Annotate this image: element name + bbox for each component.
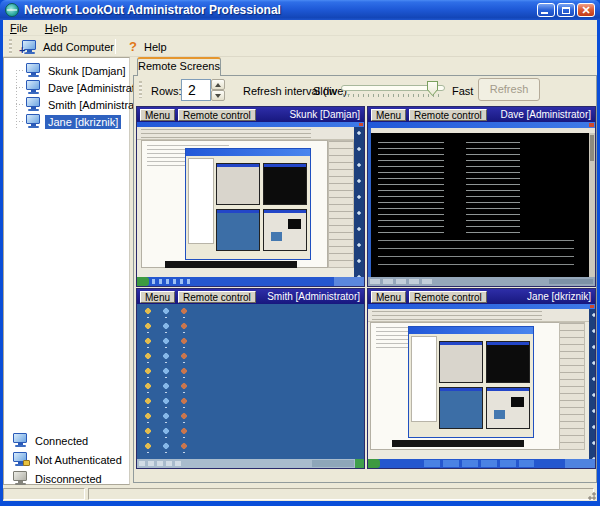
mini-desktop-strip <box>354 127 364 278</box>
mini-taskbar <box>137 277 364 286</box>
mini-desktop-icons <box>141 307 195 453</box>
panel-header: Menu Remote control Dave [Administrator] <box>368 107 595 122</box>
slow-label: Slow <box>313 85 337 97</box>
status-cell-right <box>88 488 594 500</box>
sidebar-item-skunk[interactable]: Skunk [Damjan] <box>4 62 129 79</box>
remote-control-button[interactable]: Remote control <box>178 109 256 121</box>
title-bar[interactable]: Network LookOut Administrator Profession… <box>0 0 600 20</box>
menu-button[interactable]: Menu <box>371 109 406 121</box>
rows-stepper <box>211 79 225 101</box>
legend-label: Disconnected <box>35 473 102 485</box>
remote-screen-thumbnail-dave[interactable] <box>368 122 595 286</box>
menu-help[interactable]: Help <box>38 21 75 36</box>
toolbar: + Add Computer ? Help <box>3 36 597 57</box>
mini-start-button <box>137 277 149 286</box>
mini-console-text <box>378 240 574 270</box>
computer-icon <box>25 80 42 94</box>
computer-icon <box>12 433 29 447</box>
menu-bar: File Help <box>3 20 597 36</box>
mini-thumb <box>486 341 530 383</box>
rows-input[interactable] <box>181 79 211 101</box>
menu-button[interactable]: Menu <box>371 291 406 303</box>
mini-taskbar <box>368 277 595 286</box>
sidebar-item-smith[interactable]: Smith [Administrator] <box>4 96 129 113</box>
mini-console-text <box>378 142 444 234</box>
tab-remote-screens[interactable]: Remote Screens <box>137 57 221 76</box>
menu-button[interactable]: Menu <box>140 109 175 121</box>
panel-header: Menu Remote control Jane [dkriznik] <box>368 289 595 304</box>
mini-side-column <box>328 140 354 268</box>
slider-ticks <box>343 94 443 97</box>
computer-tree-panel: Skunk [Damjan] Dave [Administrator] Smit… <box>3 57 130 485</box>
remote-control-button[interactable]: Remote control <box>178 291 256 303</box>
computer-lock-icon <box>12 452 29 466</box>
sidebar-item-jane[interactable]: Jane [dkriznik] <box>4 113 129 130</box>
remote-screen-thumbnail-jane[interactable] <box>368 304 595 468</box>
status-bar <box>3 487 597 501</box>
legend-not-authenticated: Not Authenticated <box>4 451 129 469</box>
mini-app-window <box>185 148 311 260</box>
legend-label: Connected <box>35 435 88 447</box>
menu-button[interactable]: Menu <box>140 291 175 303</box>
mini-thumb <box>263 209 307 251</box>
app-globe-icon <box>5 3 19 17</box>
resize-grip[interactable] <box>585 489 596 500</box>
mini-thumb <box>439 387 483 429</box>
computer-gray-icon <box>12 471 29 485</box>
computer-icon <box>25 114 42 128</box>
mini-black-bar <box>165 261 297 268</box>
panel-title: Skunk [Damjan] <box>289 109 360 120</box>
add-computer-label: Add Computer <box>43 41 114 53</box>
mini-window-tree <box>411 336 437 422</box>
mini-app-window <box>408 326 534 438</box>
minimize-button[interactable] <box>537 3 555 17</box>
sidebar-item-dave[interactable]: Dave [Administrator] <box>4 79 129 96</box>
add-computer-button[interactable]: + Add Computer <box>15 37 120 56</box>
mini-tray <box>549 279 593 284</box>
legend-disconnected: Disconnected <box>4 470 129 488</box>
mini-toolbar <box>368 309 595 322</box>
mini-console-text <box>466 142 520 234</box>
mini-side-column <box>559 322 585 450</box>
refresh-now-button[interactable]: Refresh now! <box>478 78 540 101</box>
toolbar-grip <box>9 39 12 54</box>
refresh-interval-slider[interactable] <box>341 79 445 101</box>
arrow-up-icon <box>215 83 221 87</box>
remote-control-button[interactable]: Remote control <box>409 291 487 303</box>
menu-file[interactable]: File <box>3 21 35 36</box>
close-icon: ✕ <box>578 4 594 16</box>
rows-increment-button[interactable] <box>211 79 225 90</box>
toolbar-separator <box>115 39 116 54</box>
mini-window-titlebar <box>186 149 310 156</box>
mini-tray <box>565 459 595 468</box>
mini-window-tree <box>188 158 214 244</box>
remote-screen-thumbnail-skunk[interactable] <box>137 122 364 286</box>
mini-thumb <box>486 387 530 429</box>
question-mark-icon: ? <box>127 39 139 54</box>
mini-tray <box>334 277 364 286</box>
mini-start-button <box>368 459 380 468</box>
mini-thumb <box>263 163 307 205</box>
rows-decrement-button[interactable] <box>211 90 225 101</box>
computer-plus-icon: + <box>21 40 38 54</box>
mini-close-icon <box>590 305 594 308</box>
mini-tray <box>312 460 354 467</box>
panel-title: Jane [dkriznik] <box>527 291 591 302</box>
window-frame-bottom <box>0 501 600 506</box>
close-button[interactable]: ✕ <box>577 3 595 17</box>
maximize-button[interactable] <box>557 3 575 17</box>
mini-black-bar <box>392 440 524 447</box>
remote-control-button[interactable]: Remote control <box>409 109 487 121</box>
computer-label: Skunk [Damjan] <box>45 64 129 78</box>
mini-power-icon <box>355 459 364 468</box>
help-button[interactable]: ? Help <box>121 37 173 56</box>
remote-screen-thumbnail-smith[interactable] <box>137 304 364 468</box>
mini-desktop-strip <box>589 309 595 460</box>
mini-menubar <box>371 128 595 133</box>
controls-grip <box>139 81 142 98</box>
help-label: Help <box>144 41 167 53</box>
remote-screen-panel-dave: Menu Remote control Dave [Administrator] <box>367 106 596 287</box>
fast-label: Fast <box>452 85 473 97</box>
panel-title: Smith [Administrator] <box>267 291 360 302</box>
panel-title: Dave [Administrator] <box>500 109 591 120</box>
